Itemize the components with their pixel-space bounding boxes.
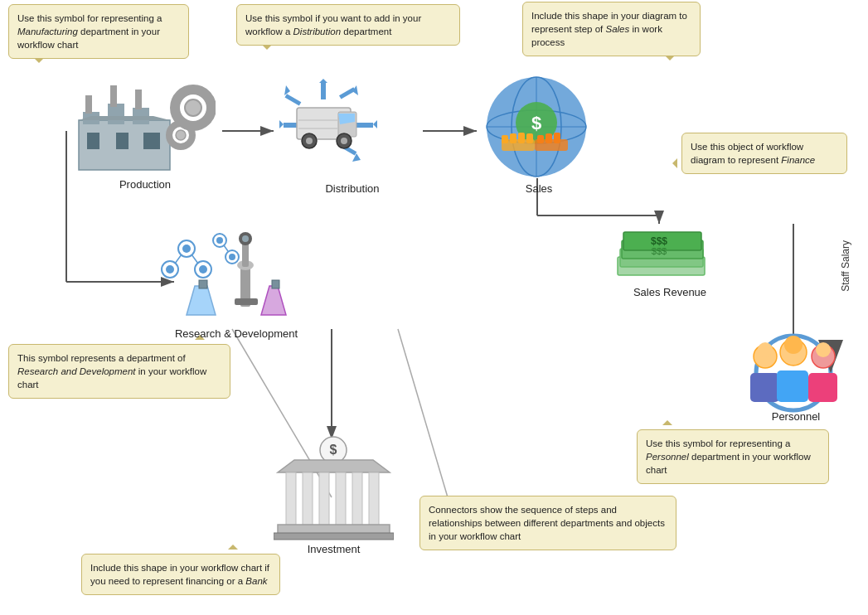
svg-marker-42 bbox=[284, 85, 290, 95]
tooltip-research: This symbol represents a department of R… bbox=[8, 344, 230, 399]
label-sales: Sales bbox=[489, 182, 589, 195]
tooltip-investment: Include this shape in your workflow char… bbox=[81, 554, 280, 595]
svg-rect-114 bbox=[352, 472, 362, 526]
tooltip-sales: Include this shape in your diagram to re… bbox=[522, 2, 701, 56]
tooltip-personnel: Use this symbol for representing a Perso… bbox=[637, 429, 829, 484]
svg-point-103 bbox=[784, 336, 803, 354]
svg-rect-33 bbox=[321, 83, 326, 99]
tooltip-manufacturing: Use this symbol for representing a Manuf… bbox=[8, 4, 189, 59]
svg-point-80 bbox=[199, 265, 207, 274]
svg-marker-94 bbox=[187, 286, 216, 315]
svg-rect-18 bbox=[116, 133, 129, 149]
svg-marker-40 bbox=[279, 120, 284, 128]
svg-point-86 bbox=[229, 254, 235, 260]
svg-line-12 bbox=[398, 329, 448, 497]
svg-point-25 bbox=[185, 99, 201, 116]
svg-rect-105 bbox=[808, 373, 837, 402]
svg-text:$: $ bbox=[330, 443, 337, 457]
svg-marker-32 bbox=[319, 79, 327, 83]
svg-rect-102 bbox=[777, 370, 808, 402]
svg-text:$$$: $$$ bbox=[651, 235, 667, 247]
svg-rect-22 bbox=[135, 90, 142, 109]
svg-marker-36 bbox=[373, 120, 377, 128]
svg-rect-28 bbox=[171, 104, 177, 111]
svg-rect-89 bbox=[235, 298, 258, 305]
svg-rect-64 bbox=[518, 133, 525, 143]
svg-point-106 bbox=[816, 342, 831, 357]
svg-line-81 bbox=[175, 254, 182, 264]
svg-point-85 bbox=[216, 237, 223, 244]
svg-rect-26 bbox=[190, 85, 196, 92]
tooltip-connectors: Connectors show the sequence of steps an… bbox=[419, 496, 676, 550]
svg-rect-62 bbox=[502, 135, 508, 143]
svg-point-48 bbox=[306, 138, 313, 144]
tooltip-finance: Use this object of workflow diagram to r… bbox=[681, 133, 847, 174]
svg-point-100 bbox=[758, 342, 773, 357]
svg-point-50 bbox=[341, 138, 347, 144]
svg-rect-110 bbox=[286, 472, 296, 526]
svg-marker-23 bbox=[79, 116, 170, 120]
svg-rect-68 bbox=[554, 133, 560, 143]
svg-rect-29 bbox=[209, 104, 216, 111]
svg-rect-35 bbox=[339, 87, 356, 99]
label-production: Production bbox=[83, 178, 207, 191]
svg-rect-63 bbox=[510, 133, 516, 143]
svg-rect-67 bbox=[546, 133, 552, 143]
label-staff-salary: Staff Salary bbox=[840, 240, 851, 292]
svg-point-31 bbox=[176, 130, 186, 140]
label-investment: Investment bbox=[286, 543, 381, 555]
label-distribution: Distribution bbox=[294, 182, 410, 195]
svg-line-82 bbox=[192, 254, 198, 264]
svg-marker-109 bbox=[278, 460, 390, 472]
svg-rect-99 bbox=[750, 373, 779, 402]
svg-rect-17 bbox=[87, 133, 99, 149]
svg-point-93 bbox=[242, 235, 249, 242]
svg-rect-37 bbox=[356, 123, 373, 128]
svg-rect-112 bbox=[319, 472, 329, 526]
svg-rect-21 bbox=[110, 85, 117, 107]
label-research: Research & Development bbox=[162, 327, 311, 340]
svg-rect-19 bbox=[143, 133, 160, 149]
svg-point-78 bbox=[182, 245, 191, 253]
label-sales-revenue: Sales Revenue bbox=[620, 286, 720, 298]
svg-rect-66 bbox=[537, 135, 544, 143]
svg-marker-96 bbox=[261, 286, 286, 315]
svg-rect-95 bbox=[199, 280, 207, 288]
svg-rect-97 bbox=[272, 280, 279, 288]
svg-line-87 bbox=[224, 245, 228, 251]
label-personnel: Personnel bbox=[754, 410, 837, 423]
svg-rect-115 bbox=[369, 472, 379, 526]
svg-rect-20 bbox=[85, 95, 92, 114]
svg-point-79 bbox=[166, 265, 174, 274]
svg-rect-113 bbox=[336, 472, 346, 526]
tooltip-distribution: Use this symbol if you want to add in yo… bbox=[236, 4, 460, 46]
svg-rect-111 bbox=[303, 472, 313, 526]
svg-text:$: $ bbox=[531, 113, 541, 133]
svg-text:$$$: $$$ bbox=[652, 246, 667, 256]
svg-rect-117 bbox=[274, 533, 394, 540]
svg-rect-65 bbox=[526, 133, 533, 143]
svg-rect-43 bbox=[285, 94, 302, 105]
